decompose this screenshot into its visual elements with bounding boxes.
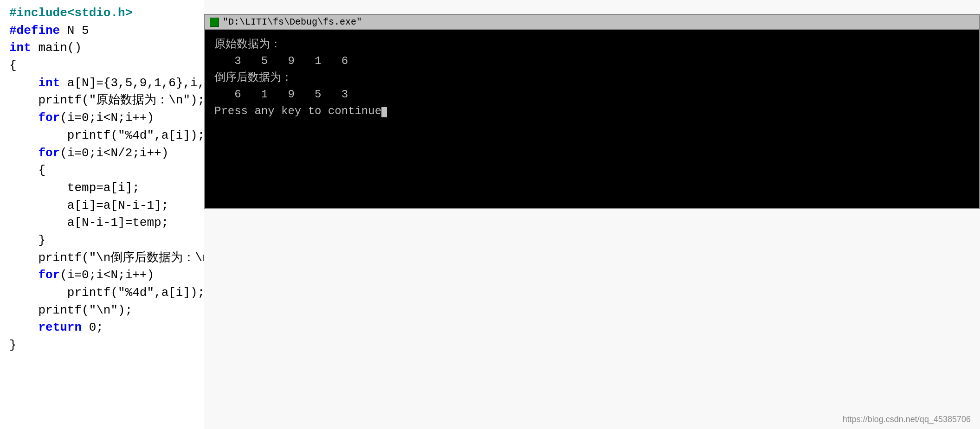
code-line-11: temp=a[i]; [9, 181, 140, 195]
code-line-17: printf("%4d",a[i]); [9, 286, 204, 300]
code-line-4: { [9, 58, 17, 72]
code-line-2: #define N 5 [9, 24, 89, 38]
terminal-titlebar: "D:\LITI\fs\Debug\fs.exe" [205, 15, 979, 30]
code-panel: #include<stdio.h> #define N 5 int main()… [0, 0, 204, 429]
code-line-9: for(i=0;i<N/2;i++) [9, 146, 168, 160]
code-line-3: int main() [9, 41, 82, 55]
terminal-title: "D:\LITI\fs\Debug\fs.exe" [223, 17, 362, 27]
terminal-line-1: 原始数据为： [214, 38, 281, 51]
code-line-15: printf("\n倒序后数据为：\n"); [9, 251, 204, 265]
code-line-18: printf("\n"); [9, 303, 132, 317]
terminal-body: 原始数据为： 3 5 9 1 6 倒序后数据为： 6 1 9 5 3 Press… [205, 30, 979, 208]
code-line-7: for(i=0;i<N;i++) [9, 111, 154, 125]
code-line-13: a[N-i-1]=temp; [9, 216, 168, 230]
terminal-line-4: 6 1 9 5 3 [214, 88, 348, 101]
code-line-19: return 0; [9, 320, 103, 334]
terminal-line-2: 3 5 9 1 6 [214, 55, 348, 67]
code-line-16: for(i=0;i<N;i++) [9, 268, 154, 282]
terminal-line-5: Press any key to continue [214, 105, 387, 117]
code-line-5: int a[N]={3,5,9,1,6},i,temp; [9, 76, 204, 90]
code-line-8: printf("%4d",a[i]); [9, 128, 204, 142]
code-line-1: #include<stdio.h> [9, 6, 132, 20]
code-line-12: a[i]=a[N-i-1]; [9, 198, 168, 212]
code-content: #include<stdio.h> #define N 5 int main()… [9, 5, 200, 354]
terminal-cursor [381, 107, 387, 117]
footer-link: https://blog.csdn.net/qq_45385706 [843, 415, 971, 424]
code-line-14: } [9, 233, 45, 247]
code-line-10: { [9, 163, 45, 177]
main-container: #include<stdio.h> #define N 5 int main()… [0, 0, 980, 429]
code-line-20: } [9, 338, 17, 352]
terminal-line-3: 倒序后数据为： [214, 71, 292, 84]
terminal-window: "D:\LITI\fs\Debug\fs.exe" 原始数据为： 3 5 9 1… [204, 14, 980, 209]
code-line-6: printf("原始数据为：\n"); [9, 93, 204, 107]
right-panel: "D:\LITI\fs\Debug\fs.exe" 原始数据为： 3 5 9 1… [204, 0, 980, 429]
terminal-icon [210, 18, 219, 27]
